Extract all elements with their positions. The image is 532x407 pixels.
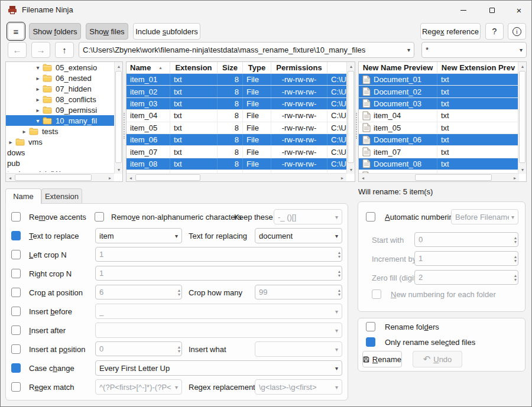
zero-fill-spinbox[interactable]: 2 — [414, 270, 518, 285]
insert-what-combobox[interactable] — [255, 341, 342, 357]
scroll-down-icon[interactable] — [347, 165, 355, 174]
regex-match-checkbox[interactable] — [11, 382, 21, 392]
rename-folders-checkbox[interactable] — [366, 322, 375, 331]
tree-item[interactable]: dows — [6, 147, 114, 158]
column-header-new-extension[interactable]: New Extension Prev — [437, 62, 519, 73]
file-row[interactable]: item_06 txt 8 File -rw-rw-rw- C:\Us — [126, 134, 346, 146]
scroll-up-icon[interactable] — [518, 62, 527, 70]
remove-nonalpha-checkbox[interactable] — [95, 212, 104, 222]
spin-arrows-icon[interactable] — [514, 255, 517, 263]
crop-how-many-spinbox[interactable]: 99 — [255, 285, 342, 299]
expander-icon[interactable]: ▸ — [6, 139, 15, 145]
maximize-button[interactable] — [478, 1, 505, 19]
file-table-horizontal-scrollbar[interactable] — [126, 173, 346, 181]
filter-combobox[interactable]: * — [421, 42, 527, 58]
scroll-up-icon[interactable] — [347, 62, 355, 70]
preview-row[interactable]: item_05 txt — [359, 122, 519, 134]
tree-item[interactable]: turrisomnia) (Y:) — [6, 168, 114, 172]
insert-after-combobox[interactable] — [95, 323, 342, 338]
chevron-down-icon[interactable] — [407, 47, 410, 53]
forward-button[interactable]: → — [31, 42, 50, 58]
undo-button[interactable]: ↶ Undo — [413, 351, 462, 367]
spin-arrows-icon[interactable] — [338, 269, 340, 278]
scroll-left-icon[interactable] — [126, 174, 135, 182]
file-row[interactable]: item_01 txt 8 File -rw-rw-rw- C:\Us — [126, 74, 346, 86]
chevron-down-icon[interactable] — [175, 233, 178, 239]
numbering-position-combobox[interactable]: Before Filename — [451, 209, 518, 224]
chevron-down-icon[interactable] — [520, 47, 523, 53]
file-row[interactable]: item_02 txt 8 File -rw-rw-rw- C:\Us — [126, 86, 346, 97]
tree-horizontal-scrollbar[interactable] — [6, 173, 114, 181]
menu-button[interactable]: ≡ — [8, 23, 24, 40]
tree-item[interactable]: ▸ 06_nested — [6, 73, 114, 83]
chevron-down-icon[interactable] — [335, 233, 338, 239]
about-button[interactable]: i — [508, 23, 526, 40]
spin-arrows-icon[interactable] — [514, 236, 517, 244]
preview-row[interactable]: Document_08 txt — [359, 158, 519, 170]
start-with-spinbox[interactable]: 0 — [414, 232, 518, 247]
new-numbering-checkbox[interactable] — [372, 289, 381, 299]
crop-at-position-checkbox[interactable] — [11, 288, 21, 297]
file-row[interactable]: item_04 txt 8 File -rw-rw-rw- C:\Us — [126, 110, 346, 122]
spin-arrows-icon[interactable] — [338, 288, 340, 297]
tree-item[interactable]: ▾ 10_many_fil — [6, 115, 114, 126]
expander-icon[interactable]: ▸ — [33, 75, 43, 82]
close-button[interactable]: × — [505, 1, 532, 19]
column-header-extension[interactable]: Extension — [170, 62, 218, 73]
up-button[interactable]: ↑ — [55, 42, 74, 58]
scroll-down-icon[interactable] — [518, 165, 527, 174]
insert-before-combobox[interactable]: _ — [95, 304, 342, 319]
tab-extension[interactable]: Extension — [41, 188, 82, 203]
automatic-numbering-checkbox[interactable] — [366, 212, 375, 222]
right-crop-spinbox[interactable]: 1 — [95, 266, 342, 281]
left-crop-checkbox[interactable] — [11, 250, 21, 259]
crop-at-position-spinbox[interactable]: 6 — [95, 285, 182, 299]
expander-icon[interactable]: ▸ — [33, 86, 43, 92]
rename-button[interactable]: Rename — [362, 351, 402, 367]
scroll-up-icon[interactable] — [115, 62, 123, 70]
column-header-new-name[interactable]: New Name Preview — [359, 62, 437, 73]
text-for-replacing-combobox[interactable]: document — [255, 228, 342, 243]
spin-arrows-icon[interactable] — [178, 288, 180, 297]
only-selected-checkbox[interactable] — [366, 337, 375, 347]
minimize-button[interactable] — [450, 1, 477, 19]
tree-item[interactable]: ▸ 09_permissi — [6, 105, 114, 115]
include-subfolders-button[interactable]: Include subfolders — [133, 23, 200, 40]
spin-arrows-icon[interactable] — [178, 345, 180, 353]
expander-icon[interactable]: ▸ — [33, 107, 43, 113]
back-button[interactable]: ← — [8, 42, 27, 58]
insert-at-position-spinbox[interactable]: 0 — [95, 341, 182, 356]
scrollbar-thumb[interactable] — [519, 71, 525, 163]
expander-icon[interactable]: ▸ — [20, 128, 29, 135]
tree-item[interactable]: ▸ vms — [6, 136, 114, 147]
chevron-down-icon[interactable] — [335, 365, 338, 372]
case-change-combobox[interactable]: Every First Letter Up — [95, 360, 342, 376]
show-folders-button[interactable]: Show folders — [29, 23, 81, 40]
preview-vertical-scrollbar[interactable] — [518, 62, 526, 174]
column-header-name[interactable]: Name ▴ — [126, 62, 170, 73]
tree-item[interactable]: pub — [6, 158, 114, 168]
column-header-permissions[interactable]: Permissions — [271, 62, 327, 73]
preview-horizontal-scrollbar[interactable] — [359, 173, 519, 181]
expander-icon[interactable]: ▸ — [33, 96, 43, 103]
insert-before-checkbox[interactable] — [11, 307, 21, 316]
scroll-right-icon[interactable] — [106, 174, 114, 182]
tab-name[interactable]: Name — [5, 188, 41, 204]
scroll-left-icon[interactable] — [359, 174, 367, 182]
spin-arrows-icon[interactable] — [514, 273, 517, 282]
preview-row[interactable]: Document_01 txt — [359, 74, 519, 86]
file-row[interactable]: item_08 txt 8 File -rw-rw-rw- C:\Us — [126, 158, 346, 170]
preview-row[interactable]: Document_06 txt — [359, 134, 519, 146]
case-change-checkbox[interactable] — [11, 363, 21, 373]
keep-these-combobox[interactable]: -_ ()[] — [274, 209, 342, 224]
preview-row[interactable]: Document_03 txt — [359, 98, 519, 110]
remove-accents-checkbox[interactable] — [11, 212, 21, 222]
file-table-vertical-scrollbar[interactable] — [346, 62, 355, 174]
file-row[interactable]: item_05 txt 8 File -rw-rw-rw- C:\Us — [126, 122, 346, 134]
tree-item[interactable]: ▸ tests — [6, 126, 114, 136]
column-header-size[interactable]: Size — [218, 62, 243, 73]
scroll-right-icon[interactable] — [511, 174, 519, 182]
regex-match-combobox[interactable]: ^(?P<first>[^-]*)-(?P< — [95, 379, 182, 395]
expander-icon[interactable]: ▾ — [33, 118, 43, 124]
tree-item[interactable]: ▾ 05_extensio — [6, 62, 114, 73]
